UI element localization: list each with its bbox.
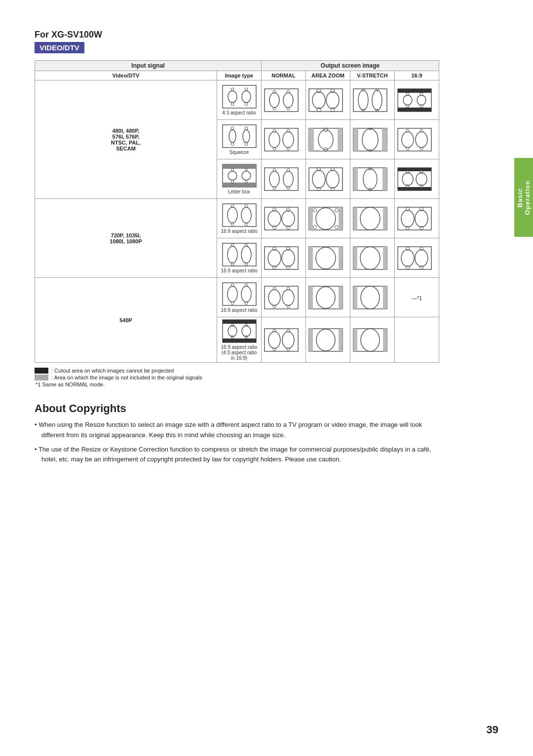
- svg-point-150: [282, 250, 295, 266]
- col-16-9: 16:9: [395, 71, 439, 80]
- svg-point-20: [331, 108, 335, 112]
- sidebar-tab-label: BasicOperation: [516, 180, 531, 215]
- svg-rect-57: [353, 128, 387, 151]
- 16-9-169-2-svg: [397, 246, 432, 270]
- area-zoom-169-1-svg: [308, 206, 343, 231]
- col-area-zoom: AREA ZOOM: [306, 71, 350, 80]
- svg-point-102: [402, 173, 413, 186]
- image-type-cell-4-3: 4:3 aspect ratio: [217, 80, 262, 120]
- svg-rect-52: [309, 128, 314, 151]
- svg-point-17: [317, 89, 321, 93]
- svg-rect-95: [382, 168, 387, 190]
- table-row: 540P 16:9 aspect ratio: [35, 278, 439, 317]
- legend-box-gray: [35, 375, 48, 380]
- svg-rect-71: [223, 164, 256, 169]
- svg-point-60: [362, 129, 378, 151]
- 16-9-540p-2-cell: [395, 317, 439, 363]
- area-zoom-4-3-cell: [306, 80, 350, 120]
- area-zoom-169-2-cell: [306, 238, 350, 278]
- svg-rect-190: [383, 286, 387, 309]
- signal-cell-row3: 540P: [35, 278, 217, 363]
- normal-letterbox-svg: [264, 167, 299, 191]
- svg-point-16: [326, 92, 339, 109]
- video-dtv-badge: VIDEO/DTV: [35, 42, 84, 53]
- screen-svg-169-1: [222, 203, 257, 227]
- v-stretch-4-3-cell: [350, 80, 395, 120]
- 16-9-squeeze-svg: [397, 127, 432, 152]
- 16-9-169-1-cell: [395, 199, 439, 238]
- svg-point-172: [241, 286, 251, 302]
- svg-rect-194: [223, 339, 256, 342]
- svg-point-8: [269, 93, 279, 108]
- area-zoom-540p-1-svg: [308, 285, 343, 310]
- svg-point-41: [231, 143, 234, 146]
- svg-rect-161: [383, 247, 387, 269]
- svg-point-88: [326, 170, 339, 188]
- legend-text-2: : Area on which the image is not include…: [51, 375, 202, 380]
- svg-rect-210: [339, 329, 343, 351]
- svg-rect-93: [353, 168, 387, 190]
- area-zoom-169-2-svg: [308, 246, 343, 270]
- table-row: 720P, 1035I,1080I, 1080P 16:9 aspect: [35, 199, 439, 238]
- svg-point-103: [416, 173, 427, 186]
- area-zoom-4-3-svg: [308, 88, 343, 113]
- main-table: Input signal Output screen image Video/D…: [35, 60, 439, 363]
- svg-point-133: [360, 207, 380, 230]
- section-title: For XG-SV100W: [35, 30, 439, 40]
- svg-point-9: [283, 93, 293, 108]
- svg-rect-148: [265, 247, 298, 269]
- v-stretch-squeeze-svg: [352, 127, 388, 152]
- svg-rect-132: [383, 207, 387, 230]
- svg-rect-59: [382, 128, 387, 151]
- svg-point-164: [401, 250, 414, 266]
- svg-point-129: [335, 225, 339, 228]
- image-type-cell-letterbox: Letter box: [217, 159, 262, 199]
- svg-point-128: [335, 208, 339, 212]
- svg-rect-131: [353, 207, 357, 230]
- svg-rect-193: [223, 320, 256, 324]
- sidebar-tab: BasicOperation: [514, 158, 533, 237]
- svg-point-15: [312, 92, 325, 109]
- area-zoom-540p-1-cell: [306, 278, 350, 317]
- svg-point-3: [231, 88, 234, 91]
- svg-rect-155: [309, 247, 343, 269]
- svg-point-22: [358, 90, 368, 110]
- svg-rect-100: [398, 168, 431, 171]
- normal-letterbox-cell: [262, 159, 306, 199]
- col-v-stretch: V-STRETCH: [350, 71, 395, 80]
- svg-rect-115: [265, 207, 298, 230]
- 16-9-letterbox-svg: [397, 167, 432, 191]
- normal-540p-1-cell: [262, 278, 306, 317]
- svg-rect-58: [353, 128, 358, 151]
- signal-cell-row2: 720P, 1035I,1080I, 1080P: [35, 199, 217, 278]
- v-stretch-squeeze-cell: [350, 120, 395, 159]
- 16-9-letterbox-cell: [395, 159, 439, 199]
- svg-point-4: [231, 103, 234, 106]
- svg-rect-123: [309, 207, 313, 230]
- table-row: 480I, 480P,576I, 576P,NTSC, PAL,SECAM: [35, 80, 439, 120]
- 16-9-169-1-svg: [397, 206, 432, 231]
- svg-point-42: [245, 127, 248, 130]
- svg-rect-134: [398, 207, 431, 230]
- svg-point-158: [316, 247, 336, 269]
- svg-point-196: [242, 326, 251, 337]
- svg-point-32: [417, 95, 426, 105]
- svg-point-203: [282, 332, 294, 348]
- svg-point-149: [268, 250, 281, 266]
- screen-svg-letterbox: [222, 163, 257, 188]
- svg-rect-72: [223, 183, 256, 187]
- normal-169-1-svg: [264, 206, 299, 231]
- v-stretch-169-1-cell: [350, 199, 395, 238]
- screen-svg-540p-1: [222, 282, 257, 306]
- svg-rect-159: [353, 247, 387, 269]
- screen-svg-squeeze: [222, 124, 257, 149]
- svg-point-117: [282, 211, 295, 227]
- svg-point-19: [331, 89, 335, 93]
- legend-item-1: : Cutout area on which images cannot be …: [35, 368, 439, 374]
- 16-9-4-3-svg: [397, 88, 432, 113]
- area-zoom-540p-2-svg: [308, 328, 343, 352]
- 16-9-squeeze-cell: [395, 120, 439, 159]
- 16-9-169-2-cell: [395, 238, 439, 278]
- svg-point-179: [282, 290, 294, 305]
- svg-point-78: [245, 181, 247, 183]
